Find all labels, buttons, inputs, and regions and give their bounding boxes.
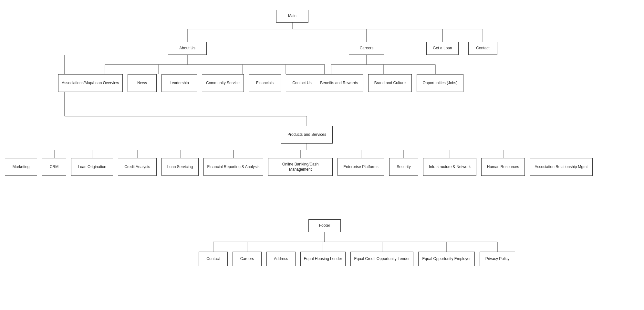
diagram: Main About Us Careers Get a Loan Contact… (0, 0, 644, 310)
node-news: News (128, 74, 157, 92)
node-assoc-map: Associations/Map/Loan Overview (58, 74, 123, 92)
node-human-resources: Human Resources (481, 158, 525, 176)
node-online-banking: Online Banking/Cash Management (268, 158, 333, 176)
node-infra-network: Infrastructure & Network (423, 158, 476, 176)
node-footer: Footer (308, 219, 341, 232)
node-footer-credit: Equal Credit Opportunity Lender (350, 252, 413, 266)
node-crm: CRM (42, 158, 66, 176)
node-footer-housing: Equal Housing Lender (300, 252, 346, 266)
node-careers: Careers (349, 42, 384, 55)
node-main: Main (276, 10, 308, 23)
node-loan-origination: Loan Origination (71, 158, 113, 176)
node-footer-contact: Contact (199, 252, 228, 266)
node-loan-servicing: Loan Servicing (161, 158, 199, 176)
node-financials: Financials (249, 74, 281, 92)
node-footer-address: Address (266, 252, 296, 266)
node-benefits: Benefits and Rewards (315, 74, 363, 92)
node-assoc-rel: Association Relationship Mgmt (530, 158, 593, 176)
node-opportunities: Opportunities (Jobs) (417, 74, 463, 92)
node-financial-reporting: Financial Reporting & Analysis (203, 158, 263, 176)
node-footer-careers: Careers (233, 252, 262, 266)
node-community-service: Community Service (202, 74, 244, 92)
node-brand-culture: Brand and Culture (368, 74, 412, 92)
node-contact-top: Contact (468, 42, 497, 55)
node-contact-us: Contact Us (286, 74, 318, 92)
node-get-a-loan: Get a Loan (426, 42, 459, 55)
node-security: Security (389, 158, 418, 176)
node-marketing: Marketing (5, 158, 37, 176)
node-products-services: Products and Services (281, 126, 333, 144)
node-leadership: Leadership (161, 74, 197, 92)
node-credit-analysis: Credit Analysis (118, 158, 157, 176)
node-about-us: About Us (168, 42, 207, 55)
node-enterprise: Enterprise Platforms (338, 158, 384, 176)
node-footer-privacy: Privacy Policy (480, 252, 515, 266)
node-footer-employer: Equal Opportunity Employer (418, 252, 475, 266)
